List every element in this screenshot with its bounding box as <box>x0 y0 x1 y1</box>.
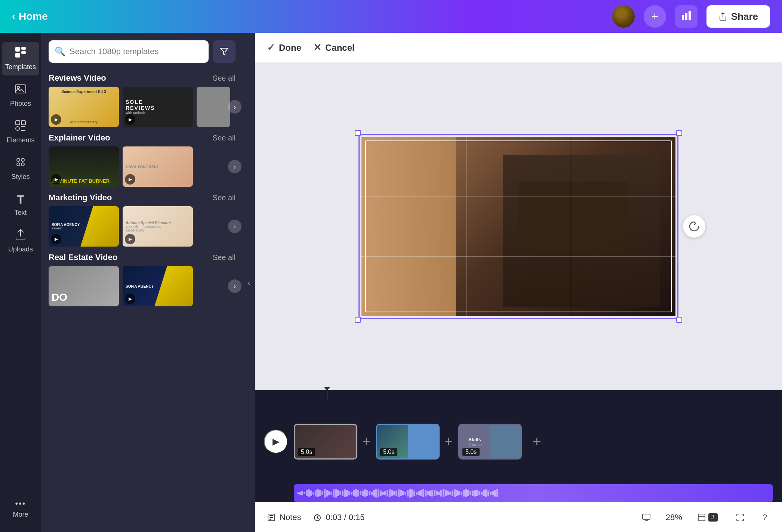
card-label-e2: Love Your Skin <box>126 164 158 169</box>
marketing-video-section-header: Marketing Video See all <box>41 187 243 206</box>
x-icon: ✕ <box>313 42 321 53</box>
template-card-r1[interactable]: Science Experiment Kit 3 with commentary… <box>49 87 119 127</box>
svg-rect-10 <box>21 121 25 125</box>
share-icon <box>718 12 727 21</box>
wave-bar <box>409 489 411 498</box>
add-clip-end[interactable]: + <box>525 430 549 454</box>
wave-bar <box>436 491 438 495</box>
clip-1[interactable]: 5.0s <box>294 424 357 460</box>
scrubber-head <box>324 387 330 399</box>
canvas-area: ✓ Done ✕ Cancel <box>255 33 782 532</box>
wave-bar <box>360 491 361 495</box>
add-clip-between-2-3[interactable]: + <box>440 433 458 451</box>
realestate-next-arrow[interactable]: › <box>228 279 241 293</box>
template-card-r2[interactable]: SOLE REVIEWS with Melanie ▶ <box>123 87 193 127</box>
svg-point-14 <box>17 163 20 166</box>
wave-bar <box>496 489 498 497</box>
play-overlay-e2: ▶ <box>125 174 135 185</box>
explainer-see-all-button[interactable]: See all <box>213 134 235 142</box>
expand-button[interactable] <box>733 510 748 525</box>
video-content <box>361 137 675 316</box>
canvas-viewport <box>255 63 782 390</box>
cancel-button[interactable]: ✕ Cancel <box>313 42 355 53</box>
main-layout: Templates Photos Elements Styles T Text <box>0 33 782 532</box>
wave-bar <box>333 489 335 497</box>
wave-bar <box>344 489 346 497</box>
handle-top-left[interactable] <box>355 130 361 136</box>
expand-icon <box>736 513 745 522</box>
home-button[interactable]: ‹ Home <box>12 10 48 22</box>
sidebar-item-uploads[interactable]: Uploads <box>2 224 39 258</box>
wave-bar <box>490 492 492 495</box>
more-icon: ••• <box>15 499 26 508</box>
reviews-see-all-button[interactable]: See all <box>213 74 235 83</box>
template-card-m1[interactable]: SOFIA AGENCY BRAND ▶ <box>49 206 119 247</box>
handle-bottom-left[interactable] <box>355 317 361 323</box>
template-card-re2[interactable]: SOFIA AGENCY ▶ <box>123 266 193 306</box>
template-card-e2[interactable]: Love Your Skin ▶ <box>123 146 193 187</box>
sidebar-item-styles[interactable]: Styles <box>2 152 39 185</box>
template-card-r3[interactable] <box>197 87 230 127</box>
sidebar-item-photos[interactable]: Photos <box>2 78 39 112</box>
share-button[interactable]: Share <box>706 5 770 28</box>
audio-track[interactable]: // will be rendered below as static HTML <box>294 484 773 502</box>
handle-bottom-right[interactable] <box>676 317 682 323</box>
sidebar-item-elements[interactable]: Elements <box>2 115 39 149</box>
card-label-m2: Autumn Special Discount <box>126 221 171 225</box>
card-label-re1: DO <box>52 291 67 303</box>
play-overlay-r2: ▶ <box>125 114 135 125</box>
sidebar-item-text[interactable]: T Text <box>2 188 39 221</box>
filter-button[interactable] <box>213 40 235 63</box>
timeline-scrubber[interactable] <box>255 390 782 399</box>
search-input[interactable] <box>70 47 203 56</box>
wave-bar <box>478 491 480 495</box>
template-card-re1[interactable]: DO <box>49 266 119 306</box>
wave-bar <box>449 492 451 495</box>
wave-bar <box>299 492 301 495</box>
reviews-video-title: Reviews Video <box>49 73 106 83</box>
stats-button[interactable] <box>675 5 698 28</box>
add-button[interactable]: + <box>644 5 666 28</box>
add-clip-between-1-2[interactable]: + <box>357 433 375 451</box>
styles-icon <box>15 156 27 171</box>
card-label-re2: SOFIA AGENCY <box>126 284 154 288</box>
realestate-see-all-button[interactable]: See all <box>213 253 235 262</box>
sidebar-item-text-label: Text <box>14 209 27 217</box>
camera-area <box>518 182 628 253</box>
clip-2[interactable]: 5.0s <box>376 424 440 460</box>
done-button[interactable]: ✓ Done <box>267 42 301 53</box>
wave-bar <box>364 489 366 497</box>
help-button[interactable]: ? <box>760 510 770 525</box>
monitor-button[interactable] <box>639 510 654 525</box>
refresh-button[interactable] <box>683 215 705 238</box>
play-button[interactable]: ▶ <box>264 430 288 454</box>
sidebar-item-templates[interactable]: Templates <box>2 42 39 75</box>
video-frame[interactable] <box>361 137 675 316</box>
wave-bar <box>310 491 312 496</box>
avatar[interactable] <box>612 5 635 28</box>
wave-bar <box>445 490 447 496</box>
explainer-video-title: Explainer Video <box>49 133 110 143</box>
wave-bar <box>346 490 348 497</box>
explainer-next-arrow[interactable]: › <box>228 160 241 173</box>
marketing-next-arrow[interactable]: › <box>228 220 241 233</box>
wave-bar <box>382 492 384 495</box>
handle-top-right[interactable] <box>676 130 682 136</box>
template-card-e1[interactable]: 20-MINUTE FAT BURNER ▶ <box>49 146 119 187</box>
monitor-icon <box>642 513 651 522</box>
photos-icon <box>15 83 27 98</box>
wave-bar <box>487 491 489 496</box>
notes-button[interactable]: Notes <box>267 513 301 522</box>
marketing-see-all-button[interactable]: See all <box>213 194 235 202</box>
search-input-wrap[interactable]: 🔍 <box>49 40 209 63</box>
wave-bar <box>481 492 483 495</box>
hide-panel-button[interactable]: ‹ <box>243 33 255 532</box>
clip-3[interactable]: Skills Domain 5.0s <box>458 424 522 460</box>
reviews-next-arrow[interactable]: › <box>228 100 241 114</box>
template-card-m2[interactable]: Autumn Special Discount 10% Off — Contac… <box>123 206 193 247</box>
pages-button[interactable]: 3 <box>694 510 721 525</box>
sidebar-item-more[interactable]: ••• More <box>2 494 39 523</box>
timer-button[interactable]: 0:03 / 0:15 <box>313 513 364 522</box>
templates-panel: 🔍 Reviews Video See all Science Experime… <box>41 33 243 532</box>
marketing-video-row: SOFIA AGENCY BRAND ▶ Autumn Special Disc… <box>41 206 243 247</box>
